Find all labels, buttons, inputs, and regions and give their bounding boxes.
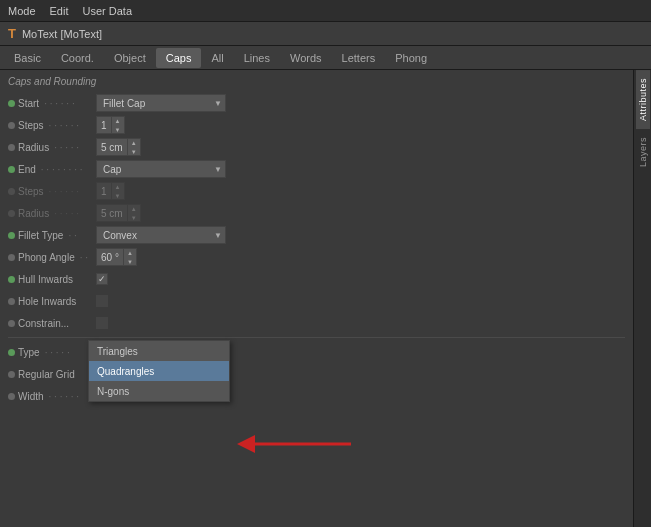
steps-down[interactable]: ▼ xyxy=(112,125,124,134)
end-radius-up: ▲ xyxy=(128,204,140,213)
right-sidebar: Attributes Layers xyxy=(633,70,651,527)
fillet-type-select-wrapper[interactable]: Convex ▼ xyxy=(96,226,226,244)
end-select-wrapper[interactable]: Cap ▼ xyxy=(96,160,226,178)
sidebar-tab-layers[interactable]: Layers xyxy=(636,129,650,175)
tab-coord[interactable]: Coord. xyxy=(51,48,104,68)
hull-inwards-checkbox[interactable]: ✓ xyxy=(96,273,108,285)
dropdown-option-quadrangles[interactable]: Quadrangles xyxy=(89,361,229,381)
end-radius-spinner: 5 cm ▲ ▼ xyxy=(96,204,141,222)
end-radius-label: Radius · · · · · xyxy=(8,208,96,219)
end-steps-dot xyxy=(8,188,15,195)
dropdown-option-triangles[interactable]: Triangles xyxy=(89,341,229,361)
steps-input-container[interactable]: 1 ▲ ▼ xyxy=(96,116,125,134)
tab-caps[interactable]: Caps xyxy=(156,48,202,68)
phong-angle-label-text: Phong Angle xyxy=(18,252,75,263)
regular-grid-dot xyxy=(8,371,15,378)
tab-object[interactable]: Object xyxy=(104,48,156,68)
tab-phong[interactable]: Phong xyxy=(385,48,437,68)
tab-all[interactable]: All xyxy=(201,48,233,68)
radius-row: Radius · · · · · 5 cm ▲ ▼ xyxy=(8,137,625,157)
steps-spinner[interactable]: 1 ▲ ▼ xyxy=(96,116,125,134)
tab-basic[interactable]: Basic xyxy=(4,48,51,68)
hull-inwards-row: Hull Inwards ✓ xyxy=(8,269,625,289)
steps-label-text: Steps xyxy=(18,120,44,131)
start-select-wrapper[interactable]: Fillet Cap ▼ xyxy=(96,94,226,112)
phong-angle-input-container[interactable]: 60 ° ▲ ▼ xyxy=(96,248,137,266)
fillet-type-label: Fillet Type · · xyxy=(8,230,96,241)
end-select[interactable]: Cap xyxy=(96,160,226,178)
end-steps-row: Steps · · · · · · 1 ▲ ▼ xyxy=(8,181,625,201)
hull-inwards-label-text: Hull Inwards xyxy=(18,274,73,285)
radius-buttons[interactable]: ▲ ▼ xyxy=(127,138,140,156)
end-radius-label-text: Radius xyxy=(18,208,49,219)
menu-user-data[interactable]: User Data xyxy=(83,5,133,17)
fillet-type-select[interactable]: Convex xyxy=(96,226,226,244)
separator xyxy=(8,337,625,338)
steps-value: 1 xyxy=(97,120,111,131)
steps-up[interactable]: ▲ xyxy=(112,116,124,125)
tab-lines[interactable]: Lines xyxy=(234,48,280,68)
phong-angle-buttons[interactable]: ▲ ▼ xyxy=(123,248,136,266)
hole-inwards-label-text: Hole Inwards xyxy=(18,296,76,307)
steps-dot xyxy=(8,122,15,129)
end-radius-input-container: 5 cm ▲ ▼ xyxy=(96,204,141,222)
tabs-bar: Basic Coord. Object Caps All Lines Words… xyxy=(0,46,651,70)
width-dot xyxy=(8,393,15,400)
start-label: Start · · · · · · xyxy=(8,98,96,109)
phong-angle-row: Phong Angle · · 60 ° ▲ ▼ xyxy=(8,247,625,267)
type-label: Type · · · · · xyxy=(8,347,96,358)
phong-angle-down[interactable]: ▼ xyxy=(124,257,136,266)
fillet-type-row: Fillet Type · · Convex ▼ xyxy=(8,225,625,245)
end-label-text: End xyxy=(18,164,36,175)
width-label: Width · · · · · · xyxy=(8,391,96,402)
end-radius-buttons: ▲ ▼ xyxy=(127,204,140,222)
regular-grid-label-text: Regular Grid xyxy=(18,369,75,380)
start-dot xyxy=(8,100,15,107)
start-row: Start · · · · · · Fillet Cap ▼ xyxy=(8,93,625,113)
hull-inwards-label: Hull Inwards xyxy=(8,274,96,285)
motext-icon: T xyxy=(8,26,16,41)
radius-input-container[interactable]: 5 cm ▲ ▼ xyxy=(96,138,141,156)
tab-letters[interactable]: Letters xyxy=(332,48,386,68)
constrain-row: Constrain... xyxy=(8,313,625,333)
radius-down[interactable]: ▼ xyxy=(128,147,140,156)
arrow-annotation xyxy=(236,430,356,460)
fillet-type-dot xyxy=(8,232,15,239)
phong-angle-spinner[interactable]: 60 ° ▲ ▼ xyxy=(96,248,137,266)
constrain-checkbox[interactable] xyxy=(96,317,108,329)
start-label-text: Start xyxy=(18,98,39,109)
properties-panel: Caps and Rounding Start · · · · · · Fill… xyxy=(0,70,633,527)
radius-up[interactable]: ▲ xyxy=(128,138,140,147)
steps-label: Steps · · · · · · xyxy=(8,120,96,131)
menu-bar: Mode Edit User Data xyxy=(0,0,651,22)
radius-value: 5 cm xyxy=(97,142,127,153)
tab-words[interactable]: Words xyxy=(280,48,332,68)
title-bar: T MoText [MoText] xyxy=(0,22,651,46)
radius-spinner[interactable]: 5 cm ▲ ▼ xyxy=(96,138,141,156)
hole-inwards-dot xyxy=(8,298,15,305)
radius-dot xyxy=(8,144,15,151)
steps-buttons[interactable]: ▲ ▼ xyxy=(111,116,124,134)
section-title: Caps and Rounding xyxy=(8,76,625,87)
window-title: MoText [MoText] xyxy=(22,28,102,40)
dropdown-option-ngons[interactable]: N-gons xyxy=(89,381,229,401)
type-label-text: Type xyxy=(18,347,40,358)
start-select[interactable]: Fillet Cap xyxy=(96,94,226,112)
main-area: Caps and Rounding Start · · · · · · Fill… xyxy=(0,70,651,527)
sidebar-tab-attributes[interactable]: Attributes xyxy=(636,70,650,129)
end-radius-dot xyxy=(8,210,15,217)
menu-edit[interactable]: Edit xyxy=(50,5,69,17)
constrain-label: Constrain... xyxy=(8,318,96,329)
phong-angle-up[interactable]: ▲ xyxy=(124,248,136,257)
hole-inwards-row: Hole Inwards xyxy=(8,291,625,311)
constrain-dot xyxy=(8,320,15,327)
width-label-text: Width xyxy=(18,391,44,402)
phong-angle-value: 60 ° xyxy=(97,252,123,263)
end-radius-row: Radius · · · · · 5 cm ▲ ▼ xyxy=(8,203,625,223)
radius-label-text: Radius xyxy=(18,142,49,153)
menu-mode[interactable]: Mode xyxy=(8,5,36,17)
end-steps-input-container: 1 ▲ ▼ xyxy=(96,182,125,200)
hole-inwards-checkbox[interactable] xyxy=(96,295,108,307)
end-radius-down: ▼ xyxy=(128,213,140,222)
end-steps-label-text: Steps xyxy=(18,186,44,197)
